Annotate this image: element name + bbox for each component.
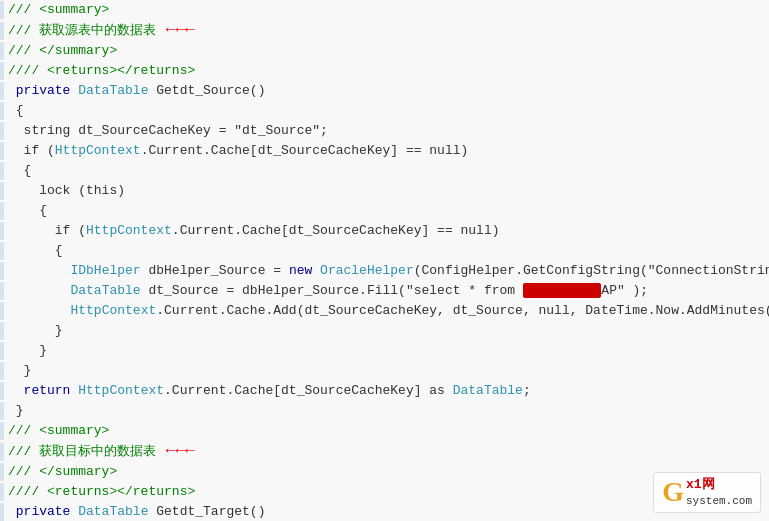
code-token: } bbox=[8, 323, 63, 338]
code-token: { bbox=[8, 163, 31, 178]
code-content: //// <returns></returns> bbox=[8, 483, 195, 501]
watermark-site1: x1网 bbox=[686, 477, 752, 494]
code-content: { bbox=[8, 242, 63, 260]
redacted-text: ████████ bbox=[523, 283, 601, 298]
code-token: /// 获取源表中的数据表 bbox=[8, 23, 156, 38]
code-content: } bbox=[8, 362, 31, 380]
code-line: private DataTable Getdt_Source() bbox=[0, 81, 769, 101]
code-content: private DataTable Getdt_Target() bbox=[8, 503, 265, 521]
code-content: { bbox=[8, 202, 47, 220]
code-line: { bbox=[0, 241, 769, 261]
code-line: if (HttpContext.Current.Cache[dt_SourceC… bbox=[0, 141, 769, 161]
code-token: IDbHelper bbox=[70, 263, 140, 278]
code-token bbox=[8, 263, 70, 278]
code-line: return HttpContext.Current.Cache[dt_Sour… bbox=[0, 381, 769, 401]
code-content: if (HttpContext.Current.Cache[dt_SourceC… bbox=[8, 142, 468, 160]
code-token bbox=[8, 283, 70, 298]
code-line: } bbox=[0, 341, 769, 361]
code-token: Getdt_Source() bbox=[156, 83, 265, 98]
code-token: if ( bbox=[8, 223, 86, 238]
code-token: HttpContext bbox=[78, 383, 164, 398]
code-token: /// 获取目标中的数据表 bbox=[8, 444, 156, 459]
code-token: ; bbox=[523, 383, 531, 398]
code-line: } bbox=[0, 321, 769, 341]
code-token: /// </summary> bbox=[8, 43, 117, 58]
code-token: (ConfigHelper.GetConfigString("Connectio… bbox=[414, 263, 769, 278]
code-line: lock (this) bbox=[0, 181, 769, 201]
code-content: DataTable dt_Source = dbHelper_Source.Fi… bbox=[8, 282, 648, 300]
code-token: string dt_SourceCacheKey = "dt_Source"; bbox=[8, 123, 328, 138]
code-line: HttpContext.Current.Cache.Add(dt_SourceC… bbox=[0, 301, 769, 321]
code-token: /// </summary> bbox=[8, 464, 117, 479]
code-token: DataTable bbox=[70, 283, 140, 298]
code-token: DataTable bbox=[453, 383, 523, 398]
code-content: HttpContext.Current.Cache.Add(dt_SourceC… bbox=[8, 302, 769, 320]
code-line: } bbox=[0, 361, 769, 381]
code-token: AP" ); bbox=[601, 283, 648, 298]
code-content: { bbox=[8, 162, 31, 180]
code-token: HttpContext bbox=[70, 303, 156, 318]
code-line: if (HttpContext.Current.Cache[dt_SourceC… bbox=[0, 221, 769, 241]
code-token: OracleHelper bbox=[320, 263, 414, 278]
code-content: private DataTable Getdt_Source() bbox=[8, 82, 265, 100]
code-content: lock (this) bbox=[8, 182, 125, 200]
code-line: DataTable dt_Source = dbHelper_Source.Fi… bbox=[0, 281, 769, 301]
code-content: } bbox=[8, 402, 24, 420]
code-token: /// <summary> bbox=[8, 423, 109, 438]
code-token: //// <returns></returns> bbox=[8, 484, 195, 499]
code-token: /// <summary> bbox=[8, 2, 109, 17]
code-token: //// <returns></returns> bbox=[8, 63, 195, 78]
code-token: private bbox=[8, 504, 78, 519]
arrow-indicator: ←←← bbox=[156, 21, 194, 39]
code-content: /// </summary> bbox=[8, 42, 117, 60]
code-line: /// </summary> bbox=[0, 41, 769, 61]
code-content: } bbox=[8, 322, 63, 340]
code-line: /// 获取源表中的数据表 ←←← bbox=[0, 20, 769, 41]
watermark-text: x1网 system.com bbox=[686, 477, 752, 508]
code-token: dt_Source = dbHelper_Source.Fill("select… bbox=[141, 283, 523, 298]
code-line: /// 获取目标中的数据表 ←←← bbox=[0, 441, 769, 462]
watermark-site2: system.com bbox=[686, 494, 752, 508]
code-line: /// <summary> bbox=[0, 0, 769, 20]
code-token: { bbox=[8, 243, 63, 258]
code-token: Getdt_Target() bbox=[156, 504, 265, 519]
code-token: lock (this) bbox=[8, 183, 125, 198]
code-token bbox=[8, 303, 70, 318]
arrow-indicator: ←←← bbox=[156, 442, 194, 460]
code-line: /// <summary> bbox=[0, 421, 769, 441]
code-line: { bbox=[0, 161, 769, 181]
code-content: } bbox=[8, 342, 47, 360]
code-token: { bbox=[8, 203, 47, 218]
code-token: .Current.Cache[dt_SourceCacheKey] == nul… bbox=[141, 143, 469, 158]
code-content: //// <returns></returns> bbox=[8, 62, 195, 80]
code-token: .Current.Cache[dt_SourceCacheKey] == nul… bbox=[172, 223, 500, 238]
code-line: { bbox=[0, 101, 769, 121]
code-content: return HttpContext.Current.Cache[dt_Sour… bbox=[8, 382, 531, 400]
watermark-logo-g: G bbox=[662, 478, 684, 506]
code-content: string dt_SourceCacheKey = "dt_Source"; bbox=[8, 122, 328, 140]
code-token: if ( bbox=[8, 143, 55, 158]
code-content: /// <summary> bbox=[8, 422, 109, 440]
code-content: if (HttpContext.Current.Cache[dt_SourceC… bbox=[8, 222, 500, 240]
code-token: { bbox=[8, 103, 24, 118]
code-token: } bbox=[8, 343, 47, 358]
code-line: string dt_SourceCacheKey = "dt_Source"; bbox=[0, 121, 769, 141]
code-token: .Current.Cache[dt_SourceCacheKey] as bbox=[164, 383, 453, 398]
code-content: /// <summary> bbox=[8, 1, 109, 19]
code-content: /// 获取目标中的数据表 ←←← bbox=[8, 442, 195, 461]
code-content: { bbox=[8, 102, 24, 120]
code-token: HttpContext bbox=[55, 143, 141, 158]
code-line: { bbox=[0, 201, 769, 221]
code-token: new bbox=[289, 263, 320, 278]
code-token: .Current.Cache.Add(dt_SourceCacheKey, dt… bbox=[156, 303, 769, 318]
code-line: } bbox=[0, 401, 769, 421]
code-token: HttpContext bbox=[86, 223, 172, 238]
code-content: /// 获取源表中的数据表 ←←← bbox=[8, 21, 195, 40]
code-content: IDbHelper dbHelper_Source = new OracleHe… bbox=[8, 262, 769, 280]
code-content: /// </summary> bbox=[8, 463, 117, 481]
code-editor: /// <summary>/// 获取源表中的数据表 ←←←/// </summ… bbox=[0, 0, 769, 521]
code-line: IDbHelper dbHelper_Source = new OracleHe… bbox=[0, 261, 769, 281]
code-line: //// <returns></returns> bbox=[0, 61, 769, 81]
watermark: G x1网 system.com bbox=[653, 472, 761, 513]
code-token: } bbox=[8, 403, 24, 418]
